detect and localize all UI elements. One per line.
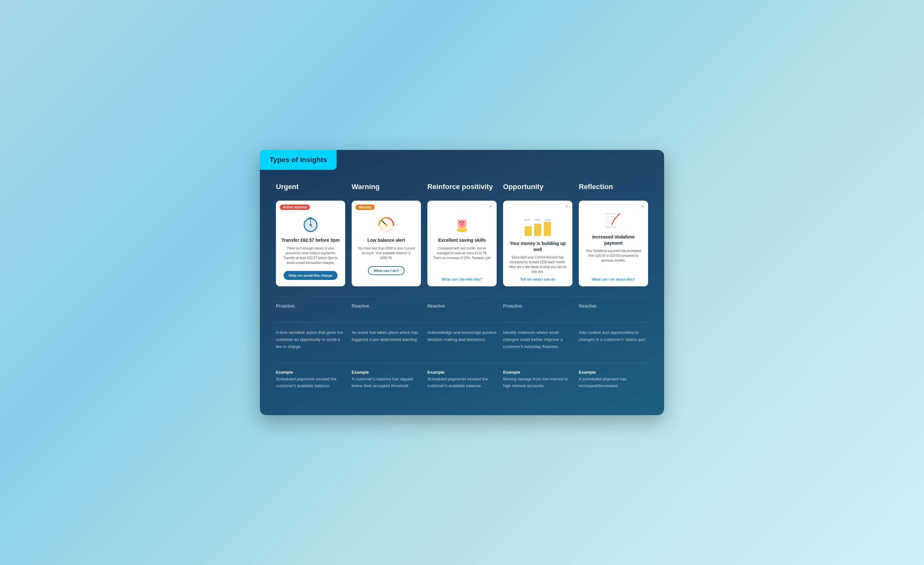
col-header-reflection: Reflection: [579, 183, 648, 191]
svg-point-6: [310, 224, 312, 226]
urgent-cta-button[interactable]: Help me avoid this charge: [284, 271, 338, 280]
reflection-nature: Reactive.: [579, 303, 648, 310]
col-header-reinforce: Reinforce positivity: [428, 183, 496, 191]
svg-point-13: [386, 224, 387, 226]
main-container: Types of Insights Urgent Warning Reinfor…: [260, 150, 664, 415]
reinforce-cta-link[interactable]: What can I do with this?: [442, 277, 482, 281]
col-header-urgent: Urgent: [276, 183, 345, 191]
reflection-card-title: Increased Vodafone payment: [584, 234, 643, 246]
reinforce-nature: Reactive.: [428, 303, 496, 310]
reinforce-card-desc: Compared with last month, you've managed…: [432, 246, 492, 260]
opportunity-close-icon[interactable]: ✕: [565, 204, 568, 209]
col-header-opportunity: Opportunity: [503, 183, 572, 191]
svg-point-25: [460, 222, 461, 223]
svg-point-23: [461, 224, 462, 225]
urgent-example: Example Scheduled payments exceed the cu…: [276, 370, 345, 389]
reinforce-example: Example Scheduled payments exceed the cu…: [428, 370, 496, 389]
reflection-cta-link[interactable]: What can I do about this?: [592, 277, 635, 281]
opportunity-card: ✕ AprilMayJune Your money is building up…: [503, 201, 572, 286]
svg-point-20: [458, 219, 460, 223]
svg-rect-27: [461, 220, 463, 221]
reflection-card-desc: Your Vodafone payment has increased from…: [584, 248, 643, 263]
warning-badge: Warning: [356, 204, 375, 210]
urgent-card-title: Transfer £62.57 before 3pm: [281, 237, 339, 243]
reinforce-desc: Acknowledge and encourage positive decis…: [428, 329, 496, 350]
stopwatch-icon: [300, 213, 321, 234]
warning-card-desc: You have less than £500 in your Current …: [357, 246, 416, 260]
opportunity-card-title: Your money is building up well: [508, 240, 567, 252]
example-row: Example Scheduled payments exceed the cu…: [260, 364, 664, 396]
urgent-card-desc: There isn't enough money in your account…: [281, 246, 340, 265]
nature-row: Proactive. Reactive. Reactive. Proactive…: [260, 296, 664, 316]
svg-point-21: [464, 219, 466, 223]
svg-point-26: [463, 222, 464, 223]
warning-card: Warning Low balance alert You have less …: [352, 201, 421, 286]
reflection-close-icon[interactable]: ✕: [640, 204, 644, 209]
col-header-warning: Warning: [352, 183, 421, 191]
svg-point-22: [460, 223, 464, 226]
svg-point-24: [462, 224, 463, 225]
piggy-bank-icon: [452, 213, 472, 234]
opportunity-desc: Identify instances where small changes c…: [503, 329, 572, 350]
cards-row: Action required Transfer £62.57 before 3…: [260, 197, 664, 289]
opportunity-nature: Proactive.: [503, 303, 572, 310]
reinforce-close-icon[interactable]: ✕: [489, 204, 493, 209]
reflection-desc: Add context and opportunities to changes…: [579, 329, 648, 350]
warning-example: Example A customer's balance has dipped …: [352, 370, 421, 389]
bar-chart-icon: AprilMayJune: [528, 217, 548, 237]
svg-rect-3: [310, 219, 311, 222]
reflection-example: Example A scheduled payment has increase…: [579, 370, 648, 389]
reinforce-card-title: Excellent saving skills: [438, 237, 486, 243]
reinforce-card: ✕: [428, 201, 496, 286]
urgent-card: Action required Transfer £62.57 before 3…: [276, 201, 345, 286]
urgent-badge: Action required: [280, 204, 310, 210]
warning-card-title: Low balance alert: [368, 237, 405, 243]
warning-cta-button[interactable]: What can I do?: [368, 266, 405, 275]
desc-row: A time sensitive action that gives the c…: [260, 323, 664, 357]
page-title: Types of Insights: [260, 150, 336, 170]
warning-desc: An event has taken place which has trigg…: [352, 329, 421, 350]
warning-nature: Reactive.: [352, 303, 421, 310]
opportunity-card-desc: Since April your Current Account has inc…: [508, 255, 567, 274]
reflection-card: ✕ Increa: [579, 201, 648, 286]
columns-header: Urgent Warning Reinforce positivity Oppo…: [260, 170, 664, 197]
opportunity-example: Example Moving savings from low interest…: [503, 370, 572, 389]
urgent-desc: A time sensitive action that gives the c…: [276, 329, 345, 350]
urgent-nature: Proactive.: [276, 303, 345, 310]
gauge-icon: [376, 213, 396, 234]
phone-chart-icon: [603, 210, 624, 231]
opportunity-cta-link[interactable]: Tell me what I can do: [520, 277, 555, 281]
